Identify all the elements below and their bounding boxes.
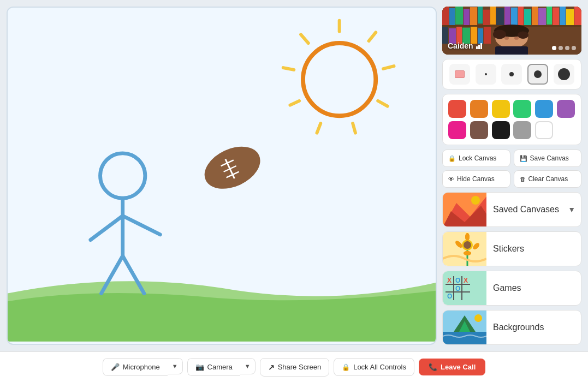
lock-all-controls-btn[interactable]: Lock All Controls (334, 358, 414, 376)
leave-call-icon: 📞 (429, 363, 437, 371)
svg-text:X: X (447, 277, 452, 284)
svg-rect-30 (490, 7, 496, 25)
svg-rect-41 (566, 9, 574, 26)
lock-all-controls-icon (342, 363, 350, 371)
brush-medium-dot (534, 70, 542, 78)
color-green[interactable] (513, 100, 531, 118)
color-brown[interactable] (470, 121, 488, 139)
clear-canvas-label: Clear Canvas (528, 175, 568, 183)
eraser-icon (455, 70, 465, 78)
color-grid (448, 100, 575, 139)
signal-bars (476, 43, 482, 49)
share-screen-label: Share Screen (278, 363, 322, 371)
games-label: Games (486, 283, 581, 293)
color-pink[interactable] (448, 121, 466, 139)
share-screen-icon (268, 363, 275, 372)
lock-canvas-icon (448, 154, 456, 162)
svg-text:O: O (447, 293, 452, 300)
svg-rect-29 (483, 10, 490, 25)
brush-tiny-dot (485, 73, 487, 75)
hide-canvas-btn[interactable]: Hide Canvas (442, 170, 510, 188)
svg-text:O: O (455, 277, 460, 284)
camera-chevron-icon: ▼ (245, 363, 251, 369)
action-buttons: Lock Canvas Save Canvas Hide Canvas Clea… (442, 150, 581, 188)
right-panel: Caiden (442, 7, 581, 345)
svg-rect-55 (495, 46, 528, 55)
eraser-btn[interactable] (449, 64, 470, 85)
svg-rect-37 (538, 8, 546, 25)
svg-point-69 (465, 233, 470, 241)
clear-canvas-icon (520, 175, 526, 183)
saved-canvases-thumb (443, 192, 486, 227)
color-orange[interactable] (470, 100, 488, 118)
stickers-label: Stickers (486, 244, 581, 254)
games-card[interactable]: X O X O O Games (442, 271, 581, 306)
microphone-chevron-icon: ▼ (172, 363, 178, 369)
brush-medium-btn[interactable] (527, 64, 548, 85)
canvas-drawing (8, 8, 436, 344)
svg-rect-39 (553, 8, 559, 25)
leave-call-btn[interactable]: 📞 Leave Call (419, 359, 485, 375)
backgrounds-label: Backgrounds (486, 323, 581, 332)
svg-rect-34 (518, 7, 524, 25)
save-canvas-btn[interactable]: Save Canvas (514, 150, 582, 167)
svg-point-57 (514, 37, 519, 40)
color-purple[interactable] (557, 100, 575, 118)
video-label: Caiden (448, 41, 482, 50)
svg-rect-38 (547, 7, 552, 25)
video-placeholder: Caiden (442, 7, 581, 55)
svg-rect-40 (560, 7, 566, 25)
microphone-btn[interactable]: Microphone (103, 358, 168, 376)
hide-canvas-icon (448, 175, 454, 183)
microphone-label: Microphone (123, 363, 160, 371)
svg-rect-74 (443, 271, 486, 306)
stickers-card[interactable]: Stickers (442, 231, 581, 266)
svg-rect-32 (504, 7, 510, 25)
brush-large-btn[interactable] (554, 64, 574, 85)
leave-call-label: Leave Call (441, 363, 476, 371)
dot-1 (552, 46, 556, 50)
svg-point-53 (493, 30, 506, 39)
svg-rect-85 (443, 332, 486, 345)
main-area: Caiden (0, 0, 588, 351)
camera-icon (195, 363, 204, 371)
color-red[interactable] (448, 100, 466, 118)
brush-tiny-btn[interactable] (476, 64, 496, 85)
svg-rect-35 (524, 9, 531, 26)
brush-small-btn[interactable] (501, 64, 522, 85)
saved-canvases-chevron: ▼ (568, 205, 581, 214)
color-black[interactable] (492, 121, 510, 139)
dot-2 (559, 46, 563, 50)
brush-small-dot (509, 72, 514, 76)
backgrounds-card[interactable]: Backgrounds (442, 310, 581, 345)
camera-chevron-btn[interactable]: ▼ (240, 358, 256, 374)
stickers-thumb (443, 231, 486, 266)
svg-point-88 (474, 314, 482, 322)
color-gray[interactable] (513, 121, 531, 139)
microphone-icon (111, 363, 120, 371)
games-thumb: X O X O O (443, 271, 486, 306)
video-feed: Caiden (442, 7, 581, 55)
camera-btn[interactable]: Camera (187, 358, 240, 376)
svg-rect-26 (464, 9, 470, 26)
svg-rect-28 (478, 7, 483, 23)
backgrounds-thumb (443, 310, 486, 345)
dot-4 (572, 46, 576, 50)
save-canvas-icon (520, 154, 527, 162)
hide-canvas-label: Hide Canvas (457, 175, 495, 183)
canvas-container[interactable] (7, 7, 437, 345)
brush-size-selector (442, 59, 581, 89)
camera-group: Camera ▼ (187, 358, 256, 376)
clear-canvas-btn[interactable]: Clear Canvas (514, 170, 582, 188)
svg-rect-33 (511, 8, 518, 25)
color-yellow[interactable] (492, 100, 510, 118)
svg-text:O: O (455, 285, 460, 293)
share-screen-btn[interactable]: Share Screen (260, 358, 330, 377)
saved-canvases-card[interactable]: Saved Canvases ▼ (442, 192, 581, 227)
lock-canvas-btn[interactable]: Lock Canvas (442, 150, 510, 167)
brush-large-dot (558, 68, 570, 80)
svg-rect-42 (574, 7, 581, 25)
microphone-chevron-btn[interactable]: ▼ (168, 358, 183, 374)
color-white[interactable] (535, 121, 553, 139)
color-blue[interactable] (535, 100, 553, 118)
